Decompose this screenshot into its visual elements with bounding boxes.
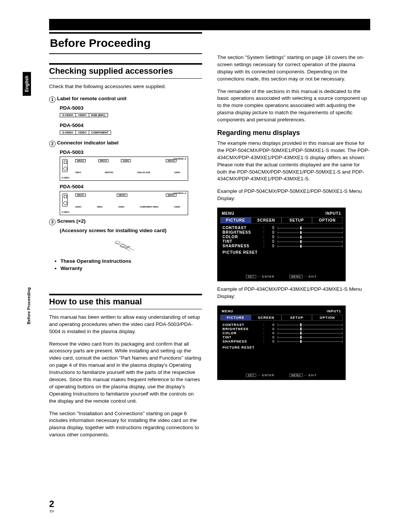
item-1-label: 1Label for remote control unit [49, 96, 202, 103]
circled-2: 2 [49, 141, 56, 147]
tab-screen: SCREEN [251, 217, 281, 223]
heading-howto: How to use this manual [49, 294, 202, 309]
intro-text: Check that the following accessories wer… [49, 83, 202, 90]
connector-diagram-5004: AAX3054–A INPUT3INPUT4INPUT5 AUDIOVIDEOA… [60, 191, 188, 215]
svg-point-0 [115, 241, 119, 244]
section-tab: Before Proceeding [26, 287, 31, 324]
connector-diagram-5003: AAX3053–A INPUT3INPUT4AUDIOINPUT5 VIDEOI… [60, 157, 188, 181]
tab-option: OPTION [312, 315, 343, 321]
circled-1: 1 [49, 96, 56, 103]
screws-illustration [49, 236, 202, 253]
howto-p3: The section "Installation and Connection… [49, 410, 202, 439]
item-2-label: 2Connector indicator label [49, 140, 202, 147]
right-p2: The remainder of the sections in this ma… [217, 88, 370, 124]
menu-screenshot-504: MENUINPUT1 PICTURE SCREEN SETUP OPTION C… [217, 208, 346, 281]
caption-2: Example of PDP-434CMX/PDP-43MXE1/PDP-43M… [217, 286, 370, 300]
tab-option: OPTION [312, 217, 343, 223]
right-p3b: Please note that the actual contents dis… [217, 161, 370, 183]
bullet-warranty: Warranty [60, 265, 202, 271]
right-column: The section "System Settings" starting o… [217, 32, 370, 444]
svideo-icon [62, 194, 68, 206]
tab-picture: PICTURE [220, 315, 251, 321]
model-pda5004-b: PDA-5004 [60, 184, 202, 189]
label-box-5004: S-VIDEOVIDEOCOMPONENT [60, 130, 111, 135]
language-tab: English [23, 72, 31, 96]
left-column: Before Proceeding Checking supplied acce… [49, 32, 202, 444]
heading-menus: Regarding menu displays [217, 129, 370, 137]
menu-screenshot-434: MENUINPUT1 PICTURE SCREEN SETUP OPTION C… [217, 306, 346, 380]
tab-picture: PICTURE [220, 217, 251, 223]
side-tabs: English Before Proceeding [23, 30, 45, 484]
model-pda5003: PDA-5003 [60, 105, 202, 111]
bullet-instructions: These Operating Instructions [60, 258, 202, 264]
page-number: 2 [49, 499, 54, 509]
howto-p2: Remove the video card from its packaging… [49, 341, 202, 405]
heading-accessories: Checking supplied accessories [49, 63, 202, 79]
item-3-label: 3Screws (×2) [49, 218, 202, 225]
label-box-5003: S-VIDEOVIDEORGB (BNC) [60, 113, 108, 117]
tab-setup: SETUP [281, 315, 312, 321]
svideo-icon [62, 159, 68, 172]
item-3-sub: (Accessory screws for installing video c… [60, 228, 202, 233]
circled-3: 3 [49, 219, 56, 225]
manual-page: English Before Proceeding Before Proceed… [0, 0, 408, 532]
tab-setup: SETUP [281, 217, 312, 223]
right-p3: The example menu displays provided in th… [217, 140, 370, 161]
page-language: En [50, 509, 54, 513]
howto-p1: This manual has been written to allow ea… [49, 314, 202, 335]
caption-1: Example of PDP-504CMX/PDP-50MXE1/PDP-50M… [217, 188, 370, 202]
model-pda5004: PDA-5004 [60, 123, 202, 128]
svg-point-1 [120, 244, 125, 247]
model-pda5003-b: PDA-5003 [60, 149, 202, 155]
right-p1: The section "System Settings" starting o… [217, 54, 370, 83]
tab-screen: SCREEN [251, 315, 281, 321]
header-bar [49, 19, 370, 30]
page-title: Before Proceeding [49, 32, 202, 54]
